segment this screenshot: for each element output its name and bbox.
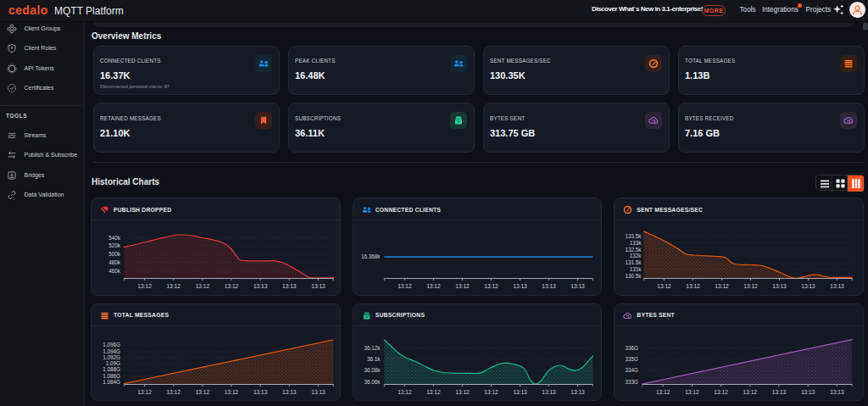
svg-text:13:12: 13:12 [398,389,412,395]
svg-text:13:12: 13:12 [225,389,239,395]
svg-text:1.09G: 1.09G [106,360,120,366]
svg-text:13:12: 13:12 [196,389,210,395]
svg-text:333G: 333G [626,378,638,384]
svg-text:36.06k: 36.06k [364,378,381,384]
svg-text:131k: 131k [630,266,642,272]
svg-text:1.094G: 1.094G [103,348,120,353]
svg-text:520k: 520k [108,242,120,248]
svg-text:13:13: 13:13 [772,389,787,395]
svg-text:133.5k: 133.5k [626,233,643,239]
svg-text:36.1k: 36.1k [367,356,381,362]
svg-text:132k: 132k [630,253,642,259]
svg-text:13:12: 13:12 [398,283,412,289]
svg-text:1.088G: 1.088G [103,366,120,372]
svg-text:13:13: 13:13 [282,283,297,289]
svg-text:336G: 336G [626,344,638,350]
svg-text:131.5k: 131.5k [626,259,643,265]
svg-text:13:12: 13:12 [744,283,759,289]
svg-text:334G: 334G [626,367,638,373]
svg-text:13:12: 13:12 [658,283,672,289]
svg-text:13:13: 13:13 [570,389,585,395]
svg-text:36.12k: 36.12k [364,344,381,350]
svg-text:13:12: 13:12 [484,389,498,395]
svg-text:13:13: 13:13 [802,283,816,289]
svg-text:13:12: 13:12 [687,283,701,289]
svg-text:13:12: 13:12 [426,283,441,289]
svg-text:1.096G: 1.096G [103,342,120,348]
svg-text:13:13: 13:13 [570,283,585,289]
svg-text:1.092G: 1.092G [103,353,120,359]
svg-text:133k: 133k [630,240,642,246]
svg-text:36.08k: 36.08k [364,367,381,373]
svg-text:13:12: 13:12 [656,389,670,395]
svg-text:132.5k: 132.5k [626,247,643,253]
svg-text:480k: 480k [108,259,120,265]
svg-text:540k: 540k [108,235,120,241]
svg-text:1.084G: 1.084G [103,378,120,384]
svg-text:13:13: 13:13 [311,283,326,289]
svg-text:500k: 500k [108,251,120,257]
svg-text:1.086G: 1.086G [103,372,120,378]
svg-text:13:13: 13:13 [801,389,815,395]
svg-text:13:13: 13:13 [513,389,527,395]
svg-text:13:13: 13:13 [542,389,556,395]
svg-text:16.368k: 16.368k [361,253,381,259]
svg-text:13:13: 13:13 [830,389,844,395]
svg-text:13:12: 13:12 [455,283,470,289]
svg-text:13:12: 13:12 [196,283,210,289]
svg-text:13:12: 13:12 [426,389,441,395]
svg-text:335G: 335G [626,356,638,362]
svg-text:13:13: 13:13 [253,283,268,289]
svg-text:13:12: 13:12 [137,389,152,395]
svg-text:13:12: 13:12 [743,389,758,395]
svg-text:13:12: 13:12 [225,283,239,289]
svg-text:13:12: 13:12 [166,283,181,289]
svg-text:130.5k: 130.5k [626,273,643,279]
svg-text:13:12: 13:12 [455,389,470,395]
svg-text:460k: 460k [108,268,120,274]
svg-text:13:13: 13:13 [253,389,268,395]
svg-text:13:13: 13:13 [542,283,556,289]
svg-text:13:12: 13:12 [484,283,498,289]
svg-text:13:12: 13:12 [685,389,699,395]
svg-text:13:13: 13:13 [311,389,326,395]
svg-text:13:12: 13:12 [137,283,152,289]
svg-text:13:13: 13:13 [513,283,527,289]
svg-text:13:12: 13:12 [715,389,729,395]
svg-text:13:13: 13:13 [773,283,787,289]
svg-text:13:13: 13:13 [282,389,297,395]
svg-text:13:12: 13:12 [715,283,730,289]
svg-text:13:13: 13:13 [831,283,845,289]
svg-text:13:12: 13:12 [166,389,181,395]
